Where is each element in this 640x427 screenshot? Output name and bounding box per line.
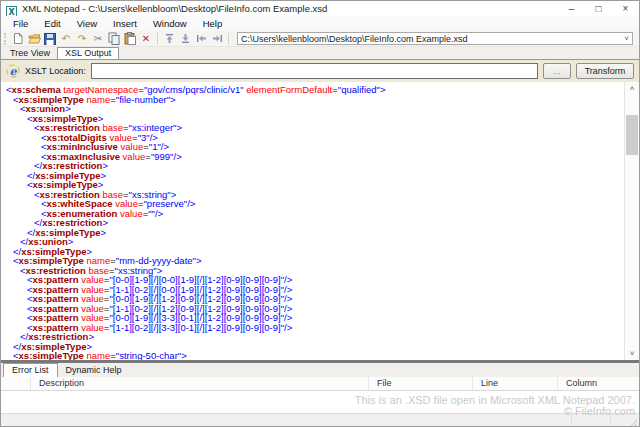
menu-bar: FileEditViewInsertWindowHelp <box>1 16 639 31</box>
menu-file[interactable]: File <box>5 16 36 31</box>
window-controls: – □ × <box>558 1 639 16</box>
xml-attribute-name: name <box>87 94 111 105</box>
vertical-scrollbar[interactable]: ˄ ˅ <box>624 82 639 360</box>
status-separator <box>571 415 572 425</box>
column-header-file[interactable]: File <box>369 377 473 390</box>
code-line: </xs:simpleType> <box>1 228 624 238</box>
xml-delimiter: > <box>170 94 176 105</box>
code-line: <xs:pattern value="[1-1][0-2][/][3-3][0-… <box>1 323 624 333</box>
xml-attribute-name: elementFormDefault <box>246 84 332 95</box>
new-document-icon[interactable] <box>11 32 25 45</box>
xslt-location-input[interactable] <box>91 63 538 79</box>
status-separator <box>610 415 611 425</box>
nudge-up-icon[interactable] <box>162 32 176 45</box>
xml-delimiter: /> <box>155 208 163 219</box>
copy-icon[interactable] <box>107 32 121 45</box>
nudge-right-icon[interactable] <box>210 32 224 45</box>
error-list-body <box>1 391 639 413</box>
toolbar-grip <box>4 33 7 45</box>
xml-attribute-name: value <box>120 208 143 219</box>
column-header-description[interactable]: Description <box>31 377 369 390</box>
xml-delimiter: > <box>380 84 386 95</box>
xml-delimiter: > <box>100 227 106 238</box>
bottom-tab-bar: Error ListDynamic Help <box>1 363 639 377</box>
title-bar: X XML Notepad - C:\Users\kellenbloom\Des… <box>1 1 639 16</box>
error-list-header: DescriptionFileLineColumn <box>1 377 639 391</box>
xml-delimiter: /> <box>187 198 195 209</box>
svg-text:e: e <box>10 65 18 78</box>
address-combobox[interactable]: C:\Users\kellenbloom\Desktop\FileInfo.co… <box>237 32 633 45</box>
column-header-line[interactable]: Line <box>473 377 558 390</box>
toolbar-separator <box>228 33 229 45</box>
scrollbar-thumb[interactable] <box>626 115 638 155</box>
menu-insert[interactable]: Insert <box>105 16 145 31</box>
xsl-output-pane: <xs:schema targetNamespace="gov/cms/pqrs… <box>1 82 639 360</box>
undo-icon[interactable]: ↶ <box>59 32 73 45</box>
scroll-up-icon[interactable]: ˄ <box>625 82 639 95</box>
menu-window[interactable]: Window <box>145 16 195 31</box>
toolbar: ↶ ↷ ✂ ✕ C:\Users\kellenbloom\Desktop\Fil… <box>1 31 639 47</box>
open-folder-icon[interactable] <box>27 32 41 45</box>
column-header-column[interactable]: Column <box>558 377 640 390</box>
view-tab-bar: Tree ViewXSL Output <box>1 47 639 59</box>
xml-delimiter: /> <box>174 151 182 162</box>
redo-icon[interactable]: ↷ <box>75 32 89 45</box>
scroll-down-icon[interactable]: ˅ <box>625 347 639 360</box>
xml-attribute-value: "[1-1][0-2][/][3-3][0-1][/][1-2][0-9][0-… <box>109 322 284 333</box>
column-header-blank[interactable] <box>1 377 31 390</box>
nudge-left-icon[interactable] <box>194 32 208 45</box>
nudge-down-icon[interactable] <box>178 32 192 45</box>
menu-help[interactable]: Help <box>195 16 231 31</box>
cut-icon[interactable]: ✂ <box>91 32 105 45</box>
internet-explorer-icon: e <box>6 64 20 78</box>
xml-notepad-app-icon: X <box>6 3 17 14</box>
xslt-location-label: XSLT Location: <box>25 66 86 76</box>
tab-xsl-output[interactable]: XSL Output <box>57 47 119 59</box>
resize-grip[interactable] <box>628 415 638 425</box>
code-line: <xs:simpleType name="file-number"> <box>1 95 624 105</box>
xml-source-view: <xs:schema targetNamespace="gov/cms/pqrs… <box>1 82 624 360</box>
xml-delimiter: /> <box>284 322 292 333</box>
close-button[interactable]: × <box>612 1 639 16</box>
chevron-down-icon[interactable]: ˅ <box>621 34 632 43</box>
paste-icon[interactable] <box>123 32 137 45</box>
address-value: C:\Users\kellenbloom\Desktop\FileInfo.co… <box>241 34 468 44</box>
xml-element-name: xs:simpleType <box>19 350 84 360</box>
xml-attribute-value: "file-number" <box>116 94 170 105</box>
code-line: </xs:union> <box>1 237 624 247</box>
maximize-button[interactable]: □ <box>585 1 612 16</box>
toolbar-separator <box>157 33 158 45</box>
xml-notepad-window: X XML Notepad - C:\Users\kellenbloom\Des… <box>0 0 640 427</box>
xml-delimiter: > <box>177 122 183 133</box>
xml-attribute-name: name <box>87 350 111 360</box>
minimize-button[interactable]: – <box>558 1 585 16</box>
window-title: XML Notepad - C:\Users\kellenbloom\Deskt… <box>22 3 327 14</box>
xml-attribute-value: "qualified" <box>338 84 380 95</box>
xml-attribute-value: "999" <box>151 151 174 162</box>
xml-attribute-name: value <box>123 151 146 162</box>
menu-edit[interactable]: Edit <box>36 16 68 31</box>
code-line: </xs:restriction> <box>1 332 624 342</box>
tab-tree-view[interactable]: Tree View <box>3 47 57 59</box>
tab-dynamic-help[interactable]: Dynamic Help <box>58 363 130 377</box>
xml-delimiter: > <box>181 350 187 360</box>
browse-button[interactable]: ... <box>543 63 571 79</box>
xml-attribute-value: "string-50-char" <box>116 350 181 360</box>
transform-button[interactable]: Transform <box>576 63 634 79</box>
tab-error-list[interactable]: Error List <box>3 363 58 377</box>
save-icon[interactable] <box>43 32 57 45</box>
status-bar <box>1 413 639 426</box>
xml-attribute-value: "" <box>148 208 155 219</box>
delete-icon[interactable]: ✕ <box>139 32 153 45</box>
xml-delimiter: > <box>196 255 202 266</box>
menu-view[interactable]: View <box>69 16 105 31</box>
xslt-bar: e XSLT Location: ... Transform <box>1 59 639 82</box>
